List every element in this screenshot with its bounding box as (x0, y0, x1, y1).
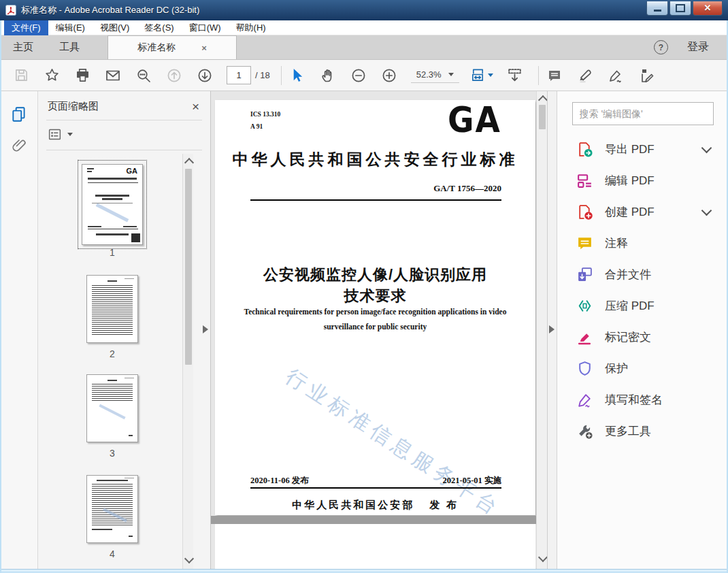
fill-sign-pen-icon (576, 391, 593, 408)
email-button[interactable] (104, 67, 122, 84)
scroll-up-icon[interactable] (184, 158, 194, 167)
menu-view[interactable]: 视图(V) (93, 20, 137, 35)
tab-close-icon[interactable]: × (201, 43, 207, 53)
menu-file[interactable]: 文件(F) (4, 20, 48, 35)
next-page-button[interactable] (196, 67, 214, 84)
doc-issue-date: 2020-11-06 发布 (250, 475, 309, 487)
tools-search-input[interactable] (572, 102, 714, 125)
scrollbar-thumb[interactable] (539, 105, 546, 129)
tool-comment[interactable]: 注释 (557, 227, 728, 259)
tool-edit-pdf[interactable]: 编辑 PDF (557, 165, 728, 196)
arrow-down-icon (197, 67, 213, 84)
toolbar-separator (538, 66, 539, 85)
tab-home[interactable]: 主页 (0, 35, 46, 59)
doc-rule-bottom (250, 487, 501, 489)
tab-tools[interactable]: 工具 (46, 35, 93, 59)
chevron-down-icon[interactable] (701, 142, 712, 153)
thumbnail-view-box[interactable] (131, 233, 140, 242)
maximize-button[interactable] (669, 1, 691, 16)
zoom-in-button[interactable] (380, 67, 398, 84)
doc-rule-top (250, 199, 501, 201)
save-icon (14, 67, 29, 83)
doc-publisher: 中华人民共和国公安部 (292, 500, 414, 510)
doc-ics-code: ICS 13.310 (250, 111, 280, 118)
help-icon[interactable]: ? (654, 40, 668, 54)
close-button[interactable]: ✕ (693, 1, 723, 16)
star-icon (44, 67, 60, 83)
scroll-down-icon[interactable] (184, 554, 194, 563)
attachments-rail-button[interactable] (0, 132, 38, 159)
thumbnail-page-1[interactable]: GA (78, 160, 147, 249)
minus-circle-icon (350, 67, 367, 84)
close-icon: ✕ (704, 3, 712, 12)
chevron-down-icon (488, 73, 493, 77)
fill-sign-tool-button[interactable] (607, 67, 625, 84)
thumbnails-scrollbar[interactable] (182, 154, 193, 569)
star-button[interactable] (43, 67, 61, 84)
stamp-tool-button[interactable] (638, 67, 655, 84)
doc-implementation-date: 2021-05-01 实施 (443, 475, 501, 487)
window-frame-left (0, 20, 1, 573)
save-button[interactable] (12, 67, 30, 84)
fit-width-icon (470, 67, 486, 84)
comment-bubble-icon (576, 235, 593, 252)
options-list-icon (48, 127, 62, 142)
page-thumbnails-rail-button[interactable] (0, 101, 38, 128)
select-tool-button[interactable] (288, 67, 306, 84)
previous-page-button[interactable] (165, 67, 183, 84)
email-icon (105, 67, 121, 84)
thumbnails-panel: 页面缩略图 × GA (38, 91, 211, 569)
divider (46, 150, 202, 150)
login-button[interactable]: 登录 (687, 40, 709, 54)
tool-redact[interactable]: 标记密文 (557, 321, 728, 353)
thumbnail-page-2[interactable]: 2 (86, 275, 138, 343)
thumbnail-options-button[interactable] (38, 120, 210, 150)
document-scrollbar[interactable] (536, 91, 547, 569)
tool-fill-sign[interactable]: 填写和签名 (557, 384, 728, 415)
print-button[interactable] (73, 67, 91, 84)
tool-protect[interactable]: 保护 (557, 353, 728, 384)
tool-compress-pdf[interactable]: 压缩 PDF (557, 290, 728, 321)
menu-window[interactable]: 窗口(W) (182, 20, 229, 35)
signature-pen-icon (608, 67, 624, 84)
doc-subtitle-line2: surveillance for public security (215, 323, 535, 331)
scroll-down-icon[interactable] (538, 553, 548, 562)
zoom-level-select[interactable]: 52.3% (411, 67, 459, 83)
menu-sign[interactable]: 签名(S) (137, 20, 181, 35)
doc-subtitle-line1: Technical requirements for person image/… (215, 308, 535, 316)
fit-width-button[interactable] (470, 67, 493, 84)
highlight-tool-button[interactable] (576, 67, 594, 84)
minimize-button[interactable] (646, 1, 668, 16)
collapse-left-panel-handle[interactable] (203, 325, 208, 333)
print-icon (75, 67, 90, 83)
page-scrolling-button[interactable] (506, 67, 524, 84)
tool-create-pdf[interactable]: 创建 PDF (557, 196, 728, 227)
find-button[interactable] (135, 67, 152, 84)
zoom-level-value: 52.3% (416, 69, 442, 80)
tab-document[interactable]: 标准名称 × (107, 35, 237, 59)
collapse-right-panel-handle[interactable] (549, 325, 555, 333)
zoom-out-button[interactable] (350, 67, 367, 84)
thumbnail-page-3[interactable]: 3 (86, 374, 138, 442)
doc-standard-number: GA/T 1756—2020 (433, 183, 501, 194)
panel-close-icon[interactable]: × (192, 100, 199, 113)
menu-edit[interactable]: 编辑(E) (48, 20, 93, 35)
hand-tool-button[interactable] (319, 67, 337, 84)
tool-more-tools[interactable]: 更多工具 (557, 415, 728, 446)
toolbar-separator (281, 66, 282, 85)
scroll-up-icon[interactable] (538, 95, 548, 105)
paperclip-icon (11, 137, 27, 154)
tool-combine-files[interactable]: 合并文件 (557, 259, 728, 290)
compress-pdf-icon (576, 297, 593, 314)
hand-icon (320, 67, 336, 84)
cursor-icon (289, 67, 305, 83)
page-number-input[interactable] (227, 66, 251, 84)
chevron-down-icon[interactable] (701, 205, 712, 216)
thumbnail-page-4[interactable]: 4 (86, 475, 138, 543)
acrobat-app-icon (5, 5, 16, 16)
menu-help[interactable]: 帮助(H) (229, 20, 274, 35)
comment-tool-button[interactable] (546, 67, 563, 84)
scrollbar-thumb[interactable] (185, 169, 192, 365)
plus-circle-icon (381, 67, 397, 84)
tool-export-pdf[interactable]: 导出 PDF (557, 133, 728, 165)
